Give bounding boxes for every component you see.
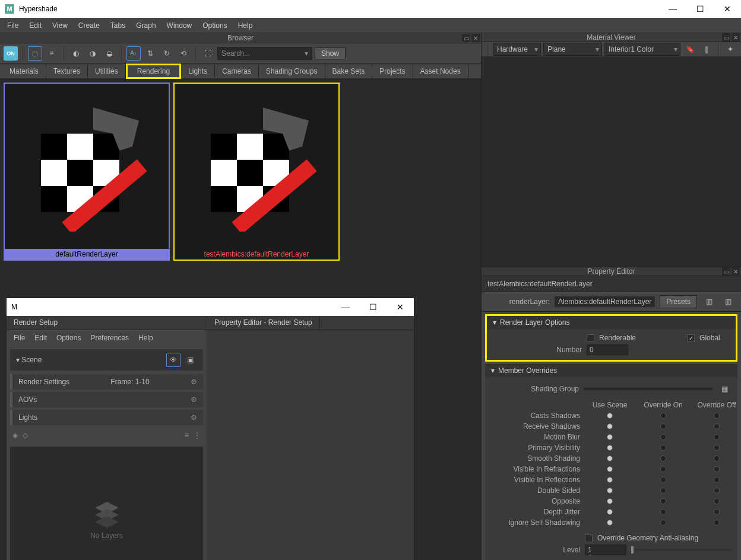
radio-use-scene[interactable] [607,509,613,515]
rs-menu-edit[interactable]: Edit [34,334,47,342]
radio-override-on[interactable] [660,445,666,451]
radio-use-scene[interactable] [607,413,613,419]
collapse-icon[interactable]: ≡ [185,431,189,439]
radio-override-off[interactable] [714,466,720,472]
rs-menu-help[interactable]: Help [138,334,153,342]
radio-override-off[interactable] [714,498,720,504]
radio-override-on[interactable] [660,413,666,419]
material-viewer-viewport[interactable] [482,56,741,267]
render-settings-row[interactable]: Render Settings Frame: 1-10 ⚙ [10,374,203,390]
radio-override-on[interactable] [660,488,666,493]
aovs-row[interactable]: AOVs ⚙ [10,392,203,407]
radio-use-scene[interactable] [607,488,613,493]
radio-use-scene[interactable] [607,477,613,483]
copy-tab-icon[interactable]: ▥ [721,295,735,309]
tab-property-editor[interactable]: Property Editor - Render Setup [207,316,320,330]
menu-options[interactable]: Options [202,21,227,30]
radio-use-scene[interactable] [607,466,613,472]
level-field[interactable]: 1 [585,545,626,555]
layer-name-field[interactable]: Alembics:defaultRenderLayer [555,296,655,307]
list-view-icon[interactable]: ≡ [45,46,59,61]
radio-override-on[interactable] [660,434,666,440]
sort-icon[interactable]: ⇅ [143,46,157,61]
rs-menu-preferences[interactable]: Preferences [90,334,129,342]
checker-icon[interactable]: ▦ [717,382,732,396]
minimize-button[interactable]: — [659,0,686,18]
panel-pop-icon[interactable]: ▭ [462,34,470,42]
add-layer-icon[interactable]: ◈ [12,431,18,439]
radio-use-scene[interactable] [607,455,613,461]
close-button[interactable]: ✕ [387,298,414,316]
menu-file[interactable]: File [7,21,18,30]
visibility-icon[interactable]: 👁 [166,353,180,367]
panel-close-icon[interactable]: ✕ [732,33,740,42]
tab-asset-nodes[interactable]: Asset Nodes [413,65,468,78]
radio-override-off[interactable] [714,477,720,483]
tool-icon-2[interactable]: ◑ [86,46,100,61]
shading-group-field[interactable] [584,388,712,390]
graph-icon[interactable]: ⟲ [176,46,191,61]
gear-icon[interactable]: ⚙ [191,378,197,386]
radio-override-off[interactable] [714,434,720,440]
tab-materials[interactable]: Materials [2,65,46,78]
radio-override-on[interactable] [660,498,666,504]
search-input[interactable]: Search... ▾ [217,47,312,60]
pause-icon[interactable]: ‖ [699,42,714,56]
sort-az-icon[interactable]: A↓ [126,46,141,61]
menu-create[interactable]: Create [78,21,100,30]
show-hide-icon[interactable]: ▥ [702,295,716,309]
tool-icon-1[interactable]: ◐ [69,46,83,61]
tab-shading-groups[interactable]: Shading Groups [259,65,325,78]
radio-override-off[interactable] [714,423,720,429]
icon-view-icon[interactable]: ◻ [28,46,42,61]
tab-utilities[interactable]: Utilities [88,65,126,78]
override-geom-aa-checkbox[interactable] [585,534,593,542]
rs-menu-file[interactable]: File [14,334,25,342]
render-icon[interactable]: ▣ [183,353,197,367]
radio-use-scene[interactable] [607,423,613,429]
close-button[interactable]: ✕ [714,0,741,18]
panel-close-icon[interactable]: ✕ [471,34,480,42]
level-slider[interactable] [631,549,732,551]
menu-window[interactable]: Window [167,21,192,30]
rs-menu-options[interactable]: Options [56,334,81,342]
maximize-button[interactable]: ☐ [359,298,387,316]
menu-help[interactable]: Help [238,21,253,30]
scene-header[interactable]: ▾ Scene 👁 ▣ [10,349,203,371]
renderable-checkbox[interactable] [587,334,594,342]
minimize-button[interactable]: — [332,298,359,316]
radio-override-on[interactable] [660,455,666,461]
expand-icon[interactable]: ⛶ [201,46,215,61]
panel-close-icon[interactable]: ✕ [732,267,740,276]
radio-use-scene[interactable] [607,520,613,526]
presets-button[interactable]: Presets [660,295,697,308]
number-field[interactable]: 0 [587,344,628,355]
show-button[interactable]: Show [315,48,346,59]
toggle-on-icon[interactable]: ON [4,46,18,61]
radio-use-scene[interactable] [607,445,613,451]
geometry-select[interactable]: Plane [543,43,602,56]
radio-override-on[interactable] [660,520,666,526]
menu-edit[interactable]: Edit [29,21,42,30]
radio-use-scene[interactable] [607,498,613,504]
section-render-layer-options[interactable]: ▾ Render Layer Options [487,316,736,329]
radio-override-off[interactable] [714,455,720,461]
radio-override-off[interactable] [714,509,720,515]
tab-textures[interactable]: Textures [46,65,88,78]
radio-override-on[interactable] [660,477,666,483]
tab-projects[interactable]: Projects [372,65,413,78]
expand-icon[interactable]: ⋮ [194,431,201,439]
radio-override-off[interactable] [714,520,720,526]
menu-tabs[interactable]: Tabs [110,21,125,30]
menu-graph[interactable]: Graph [136,21,156,30]
panel-pop-icon[interactable]: ▭ [722,33,730,42]
radio-override-off[interactable] [714,488,720,493]
radio-override-on[interactable] [660,466,666,472]
render-layer-swatch-selected[interactable]: testAlembics:defaultRenderLayer [173,83,340,261]
radio-override-off[interactable] [714,413,720,419]
global-checkbox[interactable] [687,334,695,342]
radio-override-off[interactable] [714,445,720,451]
tab-rendering[interactable]: Rendering [126,64,181,79]
tab-bake-sets[interactable]: Bake Sets [325,65,373,78]
scrollbar[interactable] [475,79,481,560]
